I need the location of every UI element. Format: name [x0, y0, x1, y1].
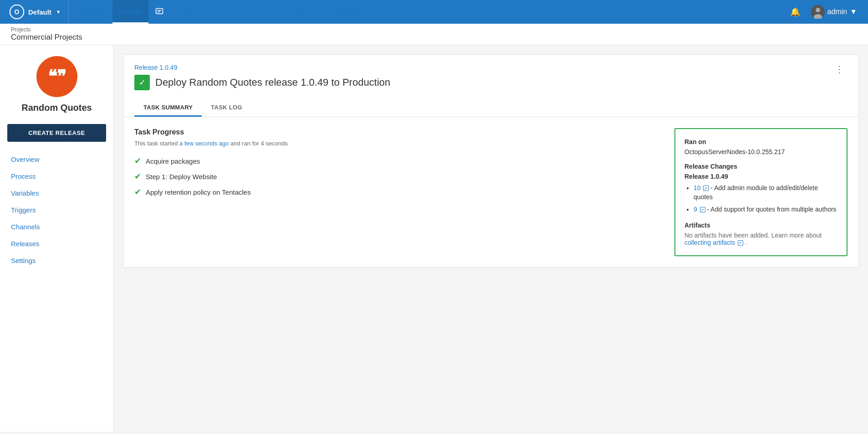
svg-rect-3	[156, 9, 163, 14]
artifacts-text: No artifacts have been added. Learn more…	[684, 232, 837, 246]
external-link-icon: ↗	[738, 240, 743, 246]
brand-name: Default	[28, 8, 51, 16]
tab-task-summary[interactable]: TASK SUMMARY	[134, 99, 202, 117]
svg-text:O: O	[15, 8, 20, 16]
change-link-10[interactable]: 10	[694, 184, 701, 191]
collecting-artifacts-link[interactable]: collecting artifacts	[684, 239, 735, 246]
task-card: Release 1.0.49 ✓ Deploy Random Quotes re…	[123, 54, 859, 268]
nav-infrastructure[interactable]: Infrastructure	[170, 0, 220, 24]
change-text-10: - Add admin module to add/edit/delete qu…	[694, 184, 818, 201]
external-link-icon: ↗	[700, 207, 705, 212]
task-title-row: ✓ Deploy Random Quotes release 1.0.49 to…	[134, 75, 831, 90]
sidebar-item-triggers[interactable]: Triggers	[0, 202, 113, 218]
sidebar-item-releases[interactable]: Releases	[0, 235, 113, 252]
nav-configuration[interactable]: Configuration	[317, 0, 368, 24]
task-body: Task Progress This task started a few se…	[123, 117, 858, 267]
step-check-icon: ✔	[134, 171, 141, 181]
sidebar-item-channels[interactable]: Channels	[0, 218, 113, 235]
changes-list: 10 ↗ - Add admin module to add/edit/dele…	[684, 184, 837, 214]
task-step-retention: ✔ Apply retention policy on Tentacles	[134, 187, 665, 197]
nav-right: 🔔 admin ▼	[786, 5, 861, 19]
external-link-icon: ↗	[703, 186, 709, 191]
nav-search-icon[interactable]	[148, 0, 170, 24]
breadcrumb-top: Projects	[11, 26, 857, 33]
user-name: admin	[827, 8, 848, 16]
nav-library[interactable]: Library	[255, 0, 288, 24]
user-avatar	[811, 5, 825, 19]
step-check-icon: ✔	[134, 156, 141, 166]
task-title: Deploy Random Quotes release 1.0.49 to P…	[155, 77, 390, 88]
breadcrumb-bar: Projects Commercial Projects	[0, 24, 868, 45]
brand-chevron: ▼	[56, 9, 61, 15]
ran-on-label: Ran on	[684, 138, 837, 145]
list-item: 9 ↗ - Add support for quotes from multip…	[694, 205, 837, 214]
task-time-link[interactable]: a few seconds ago	[179, 140, 229, 147]
top-nav: O Default ▼ Dashboard Projects Infrastru…	[0, 0, 868, 24]
user-chevron: ▼	[850, 8, 857, 16]
release-link[interactable]: Release 1.0.49	[134, 64, 831, 71]
change-link-9[interactable]: 9	[694, 206, 697, 213]
sidebar: ❝❞ Random Quotes CREATE RELEASE Overview…	[0, 45, 114, 432]
notification-bell-icon[interactable]: 🔔	[786, 7, 804, 17]
nav-tasks[interactable]: Tasks	[288, 0, 317, 24]
artifacts-text-content: No artifacts have been added. Learn more…	[684, 232, 822, 239]
create-release-button[interactable]: CREATE RELEASE	[7, 124, 106, 142]
task-progress-section: Task Progress This task started a few se…	[134, 128, 665, 256]
list-item: 10 ↗ - Add admin module to add/edit/dele…	[694, 184, 837, 202]
breadcrumb-main: Commercial Projects	[11, 33, 857, 42]
step-label-acquire: Acquire packages	[146, 157, 200, 165]
nav-links: Dashboard Projects Infrastructure Tenant…	[69, 0, 786, 24]
task-steps: ✔ Acquire packages ✔ Step 1: Deploy Webs…	[134, 156, 665, 197]
task-progress-title: Task Progress	[134, 128, 665, 136]
task-info-panel: Ran on OctopusServerNodes-10.0.255.217 R…	[674, 128, 848, 256]
release-version: Release 1.0.49	[684, 173, 837, 180]
sidebar-item-overview[interactable]: Overview	[0, 151, 113, 168]
task-step-deploy: ✔ Step 1: Deploy Website	[134, 171, 665, 181]
ran-on-value: OctopusServerNodes-10.0.255.217	[684, 148, 837, 155]
task-step-acquire: ✔ Acquire packages	[134, 156, 665, 166]
step-check-icon: ✔	[134, 187, 141, 197]
task-tabs: TASK SUMMARY TASK LOG	[123, 99, 858, 117]
task-progress-meta: This task started a few seconds ago and …	[134, 140, 665, 147]
task-header: Release 1.0.49 ✓ Deploy Random Quotes re…	[123, 55, 858, 90]
sidebar-item-settings[interactable]: Settings	[0, 252, 113, 269]
layout: ❝❞ Random Quotes CREATE RELEASE Overview…	[0, 45, 868, 432]
main-content: Release 1.0.49 ✓ Deploy Random Quotes re…	[114, 45, 868, 432]
project-icon: ❝❞	[36, 56, 77, 97]
project-name: Random Quotes	[21, 103, 92, 113]
artifacts-label: Artifacts	[684, 222, 837, 229]
task-success-icon: ✓	[134, 75, 150, 90]
task-header-left: Release 1.0.49 ✓ Deploy Random Quotes re…	[134, 64, 831, 90]
nav-dashboard[interactable]: Dashboard	[69, 0, 113, 24]
change-text-9: - Add support for quotes from multiple a…	[707, 206, 837, 213]
nav-tenants[interactable]: Tenants	[220, 0, 255, 24]
sidebar-item-variables[interactable]: Variables	[0, 185, 113, 202]
user-menu[interactable]: admin ▼	[807, 5, 861, 19]
sidebar-item-process[interactable]: Process	[0, 168, 113, 185]
step-label-retention: Apply retention policy on Tentacles	[146, 188, 251, 196]
brand-selector[interactable]: O Default ▼	[7, 0, 69, 24]
release-changes-label: Release Changes	[684, 163, 837, 170]
step-label-deploy: Step 1: Deploy Website	[146, 173, 217, 181]
task-menu-button[interactable]: ⋮	[831, 64, 848, 75]
nav-projects[interactable]: Projects	[112, 0, 148, 24]
tab-task-log[interactable]: TASK LOG	[202, 99, 251, 117]
svg-point-7	[816, 8, 820, 12]
artifacts-suffix: .	[745, 239, 747, 246]
sidebar-logo: ❝❞ Random Quotes	[0, 56, 113, 124]
brand-avatar: O	[9, 4, 25, 20]
